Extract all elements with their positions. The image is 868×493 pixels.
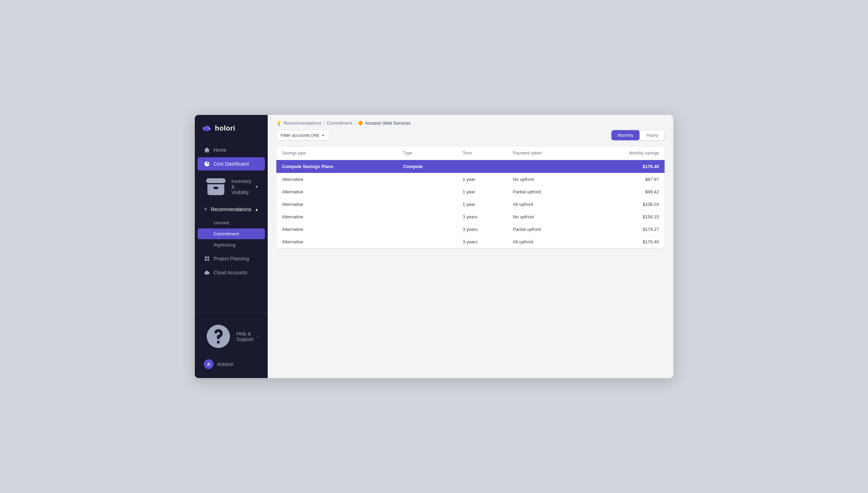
help-support-label: Help & Support [236, 331, 254, 342]
help-support-item[interactable]: Help & Support › [198, 318, 265, 354]
aws-icon: 🔶 [358, 120, 363, 126]
cell-type-3 [398, 211, 457, 223]
col-term: Term [457, 147, 508, 160]
cell-monthly_savings-2: $106.03 [585, 198, 665, 211]
table-row[interactable]: Alternative3 yearsPartial upfront$174.27 [276, 223, 665, 236]
inventory-expand-arrow: ▼ [255, 185, 259, 189]
cell-term-3: 3 years [457, 211, 508, 223]
sidebar-nav: Home Cost Dashboard Inventory & Visibili… [195, 140, 268, 312]
cell-type-1 [398, 186, 457, 198]
cell-savings_type-3: Alternative [276, 211, 398, 223]
cell-payment_option-5: All upfront [507, 236, 585, 248]
cell-monthly_savings-5: $176.40 [585, 236, 665, 248]
breadcrumb-sep-2: / [354, 120, 356, 126]
cell-monthly_savings-0: $87.97 [585, 173, 665, 186]
home-icon [204, 147, 210, 153]
sidebar-item-commitment[interactable]: Commitment [198, 228, 265, 239]
logo-text: holori [215, 124, 235, 132]
chart-icon [204, 161, 210, 167]
cell-savings_type-2: Alternative [276, 198, 398, 211]
sidebar-item-inventory-label: Inventory & Visibility [232, 178, 252, 195]
sidebar-item-cost-dashboard[interactable]: Cost Dashboard [198, 157, 265, 170]
cell-payment_option-2: All upfront [507, 198, 585, 211]
cell-payment_option-4: Partial upfront [507, 223, 585, 236]
grid-icon [204, 256, 210, 262]
breadcrumb-icon-recommendations: 💡 [276, 120, 282, 126]
cell-payment_option-0: No upfront [507, 173, 585, 186]
table-row[interactable]: Alternative3 yearsNo upfront$158.15 [276, 211, 665, 223]
sidebar-item-unused[interactable]: Unused [198, 217, 265, 228]
sidebar-item-cloud-accounts[interactable]: Cloud Accounts [198, 266, 265, 279]
recommendations-expand-arrow: ▲ [255, 207, 259, 211]
user-name: Antoine [217, 361, 233, 367]
controls-row: Filter accounts (All) ▼ Monthly Yearly [268, 130, 673, 146]
filter-accounts-label: Filter accounts (All) [281, 133, 319, 138]
app-window: holori Home Cost Dashboard [194, 115, 674, 378]
sidebar-item-home[interactable]: Home [198, 143, 265, 157]
group-payment-option [507, 160, 585, 173]
period-toggle-group: Monthly Yearly [611, 130, 665, 141]
box-icon [204, 175, 228, 199]
lightbulb-icon [204, 207, 207, 211]
cell-monthly_savings-4: $174.27 [585, 223, 665, 236]
sidebar-item-home-label: Home [214, 147, 226, 153]
breadcrumb-sep-1: / [323, 120, 325, 126]
col-type: Type [398, 147, 457, 160]
group-type: Compute [398, 160, 457, 173]
cell-term-4: 3 years [457, 223, 508, 236]
cell-payment_option-3: No upfront [507, 211, 585, 223]
cell-type-4 [398, 223, 457, 236]
svg-point-4 [203, 128, 210, 131]
cell-type-0 [398, 173, 457, 186]
logo: holori [195, 115, 268, 140]
group-savings-type: Compute Savings Plans [276, 160, 398, 173]
group-term [457, 160, 508, 173]
table-body: Compute Savings Plans Compute $176.40 Al… [276, 160, 665, 248]
filter-chevron-icon: ▼ [321, 133, 325, 137]
cell-savings_type-4: Alternative [276, 223, 398, 236]
cell-monthly_savings-3: $158.15 [585, 211, 665, 223]
monthly-toggle-button[interactable]: Monthly [611, 130, 640, 140]
cloud-icon [204, 269, 210, 276]
cell-savings_type-0: Alternative [276, 173, 398, 186]
breadcrumb-recommendations[interactable]: Recommendations [284, 120, 321, 126]
cell-type-2 [398, 198, 457, 211]
yearly-toggle-button[interactable]: Yearly [640, 130, 665, 140]
table-row[interactable]: Alternative1 yearNo upfront$87.97 [276, 173, 665, 186]
col-monthly-savings: Monthly savings [585, 147, 665, 160]
sidebar-item-cost-dashboard-label: Cost Dashboard [214, 161, 249, 167]
table-header: Savings type Type Term Payment option Mo… [276, 147, 665, 160]
table-row[interactable]: Alternative1 yearPartial upfront$99.42 [276, 186, 665, 198]
logo-icon [201, 123, 212, 134]
sidebar-item-project-planning-label: Project Planning [214, 256, 249, 261]
sidebar-item-inventory[interactable]: Inventory & Visibility ▼ [198, 171, 265, 202]
cell-term-5: 3 years [457, 236, 508, 248]
help-arrow-icon: › [257, 334, 259, 339]
col-savings-type: Savings type [276, 147, 398, 160]
main-content: 💡 Recommendations / Commitment / 🔶 Amazo… [268, 115, 673, 378]
breadcrumb-commitment[interactable]: Commitment [327, 120, 352, 126]
cell-monthly_savings-1: $99.42 [585, 186, 665, 198]
cell-term-0: 1 year [457, 173, 508, 186]
breadcrumb: 💡 Recommendations / Commitment / 🔶 Amazo… [268, 115, 673, 130]
sidebar-item-recommendations-label: Recommendations [211, 207, 251, 212]
table-row[interactable]: Alternative3 yearsAll upfront$176.40 [276, 236, 665, 248]
sidebar-item-rightsizing[interactable]: Rightsizing [198, 240, 265, 250]
cell-savings_type-1: Alternative [276, 186, 398, 198]
filter-accounts-dropdown[interactable]: Filter accounts (All) ▼ [276, 130, 329, 141]
cell-type-5 [398, 236, 457, 248]
user-profile-item[interactable]: A Antoine [198, 356, 265, 373]
sub-nav: Unused Commitment Rightsizing [195, 216, 268, 251]
sidebar-item-recommendations[interactable]: Recommendations ▲ [198, 203, 265, 216]
col-payment-option: Payment option [507, 147, 585, 160]
sidebar-item-cloud-accounts-label: Cloud Accounts [214, 270, 247, 275]
sidebar: holori Home Cost Dashboard [195, 115, 268, 378]
group-monthly-savings: $176.40 [585, 160, 665, 173]
cell-savings_type-5: Alternative [276, 236, 398, 248]
table-group-row[interactable]: Compute Savings Plans Compute $176.40 [276, 160, 665, 173]
sidebar-item-project-planning[interactable]: Project Planning [198, 252, 265, 265]
cell-payment_option-1: Partial upfront [507, 186, 585, 198]
table-row[interactable]: Alternative1 yearAll upfront$106.03 [276, 198, 665, 211]
table-header-row: Savings type Type Term Payment option Mo… [276, 147, 665, 160]
help-icon [204, 322, 233, 351]
